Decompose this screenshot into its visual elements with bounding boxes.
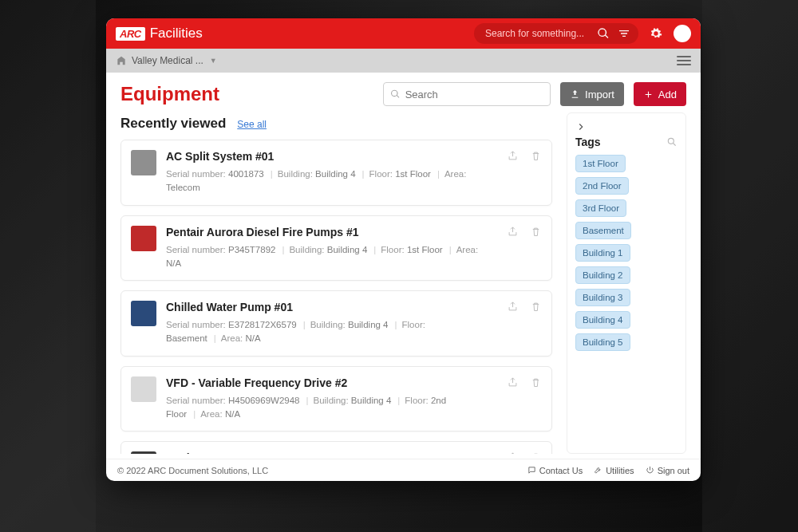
page-search-input[interactable] <box>405 89 543 100</box>
trash-icon[interactable] <box>530 226 542 238</box>
tag-chip[interactable]: Building 4 <box>575 311 630 329</box>
equipment-title: Backup Generator #03 <box>166 451 497 454</box>
title-bar: Equipment Import Add <box>106 73 701 112</box>
trash-icon[interactable] <box>530 301 542 313</box>
plus-icon <box>643 89 654 100</box>
tag-chip[interactable]: Building 1 <box>575 244 630 262</box>
settings-gear-icon[interactable] <box>650 27 662 40</box>
page-search[interactable] <box>383 82 551 106</box>
utilities-link[interactable]: Utilities <box>594 466 634 475</box>
equipment-card[interactable]: Chilled Water Pump #01Serial number: E37… <box>120 290 552 357</box>
section-title: Recently viewed <box>120 116 226 132</box>
search-icon <box>390 89 401 100</box>
add-label: Add <box>658 89 677 100</box>
trash-icon[interactable] <box>530 150 542 162</box>
import-icon <box>570 89 580 100</box>
org-name: Valley Medical ... <box>132 55 203 66</box>
equipment-title: Chilled Water Pump #01 <box>166 301 497 313</box>
search-icon[interactable] <box>597 27 610 40</box>
tag-chip[interactable]: Building 2 <box>575 266 630 284</box>
app-header: ARC Facilities <box>106 18 701 49</box>
org-selector[interactable]: Valley Medical ... ▼ <box>116 55 217 66</box>
chevron-down-icon: ▼ <box>210 57 217 65</box>
tags-panel: Tags 1st Floor2nd Floor3rd FloorBasement… <box>567 112 686 454</box>
menu-button[interactable] <box>677 53 691 68</box>
equipment-thumbnail <box>131 451 156 454</box>
user-avatar[interactable] <box>674 25 691 42</box>
page-title: Equipment <box>120 83 219 105</box>
share-icon[interactable] <box>507 451 519 454</box>
tag-chip[interactable]: 1st Floor <box>575 155 626 172</box>
tag-chip[interactable]: Building 5 <box>575 333 630 351</box>
brand-name: Facilities <box>150 26 203 41</box>
signout-link[interactable]: Sign out <box>646 466 689 475</box>
import-button[interactable]: Import <box>560 82 624 106</box>
add-button[interactable]: Add <box>634 82 686 106</box>
tags-title: Tags <box>575 136 601 148</box>
share-icon[interactable] <box>507 226 519 238</box>
import-label: Import <box>585 89 614 100</box>
equipment-card[interactable]: VFD - Variable Frequency Drive #2Serial … <box>120 366 552 432</box>
equipment-thumbnail <box>131 376 156 402</box>
power-icon <box>646 466 654 475</box>
equipment-meta: Serial number: P345T7892|Building: Build… <box>166 243 497 271</box>
brand-logo[interactable]: ARC Facilities <box>116 26 203 41</box>
building-icon <box>116 55 127 66</box>
equipment-meta: Serial number: H4506969W2948|Building: B… <box>166 394 497 422</box>
trash-icon[interactable] <box>530 376 542 388</box>
share-icon[interactable] <box>507 376 519 388</box>
equipment-title: AC Split System #01 <box>166 150 497 163</box>
equipment-thumbnail <box>131 301 156 326</box>
equipment-meta: Serial number: 4001873|Building: Buildin… <box>166 167 497 195</box>
tag-list: 1st Floor2nd Floor3rd FloorBasementBuild… <box>575 155 678 351</box>
share-icon[interactable] <box>507 150 519 162</box>
chevron-right-icon[interactable] <box>575 121 587 132</box>
contact-link[interactable]: Contact Us <box>527 466 583 475</box>
share-icon[interactable] <box>507 301 519 313</box>
chat-icon <box>527 466 536 475</box>
wrench-icon <box>594 466 602 475</box>
filter-icon[interactable] <box>618 27 630 40</box>
global-search-input[interactable] <box>485 28 589 39</box>
trash-icon[interactable] <box>530 451 542 454</box>
brand-badge: ARC <box>116 27 145 41</box>
app-window: ARC Facilities Valley Medical ... ▼ Equi… <box>106 18 701 481</box>
equipment-title: VFD - Variable Frequency Drive #2 <box>166 376 497 389</box>
equipment-thumbnail <box>131 150 156 175</box>
tag-chip[interactable]: 2nd Floor <box>575 177 629 195</box>
equipment-card[interactable]: Pentair Aurora Diesel Fire Pumps #1Seria… <box>120 215 552 282</box>
copyright: © 2022 ARC Document Solutions, LLC <box>117 466 268 475</box>
context-bar: Valley Medical ... ▼ <box>106 49 701 73</box>
see-all-link[interactable]: See all <box>237 119 267 130</box>
search-icon[interactable] <box>666 136 678 148</box>
equipment-meta: Serial number: E3728172X6579|Building: B… <box>166 318 497 346</box>
main-column: Recently viewed See all AC Split System … <box>120 112 555 454</box>
tag-chip[interactable]: Building 3 <box>575 289 630 306</box>
equipment-title: Pentair Aurora Diesel Fire Pumps #1 <box>166 226 497 238</box>
tag-chip[interactable]: Basement <box>575 222 631 239</box>
svg-point-0 <box>668 138 674 144</box>
equipment-card[interactable]: AC Split System #01Serial number: 400187… <box>120 140 552 206</box>
equipment-card[interactable]: Backup Generator #03 <box>120 441 552 454</box>
equipment-thumbnail <box>131 226 156 251</box>
global-search[interactable] <box>474 23 638 44</box>
tag-chip[interactable]: 3rd Floor <box>575 199 626 217</box>
equipment-list[interactable]: AC Split System #01Serial number: 400187… <box>120 140 555 454</box>
footer: © 2022 ARC Document Solutions, LLC Conta… <box>106 459 701 481</box>
